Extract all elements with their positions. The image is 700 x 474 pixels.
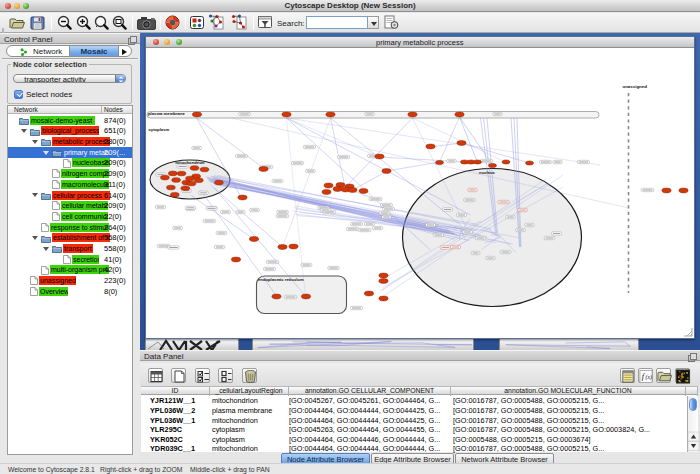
svg-text:endoplasmic reticulum: endoplasmic reticulum xyxy=(258,277,304,282)
svg-text:mitochondrion: mitochondrion xyxy=(175,160,205,165)
svg-text:(x): (x) xyxy=(646,374,652,381)
svg-text:cytoplasm: cytoplasm xyxy=(148,127,169,132)
svg-text:nucleus: nucleus xyxy=(479,170,495,175)
svg-text:plasma membrane: plasma membrane xyxy=(148,111,185,116)
svg-text:unassigned: unassigned xyxy=(622,84,647,89)
